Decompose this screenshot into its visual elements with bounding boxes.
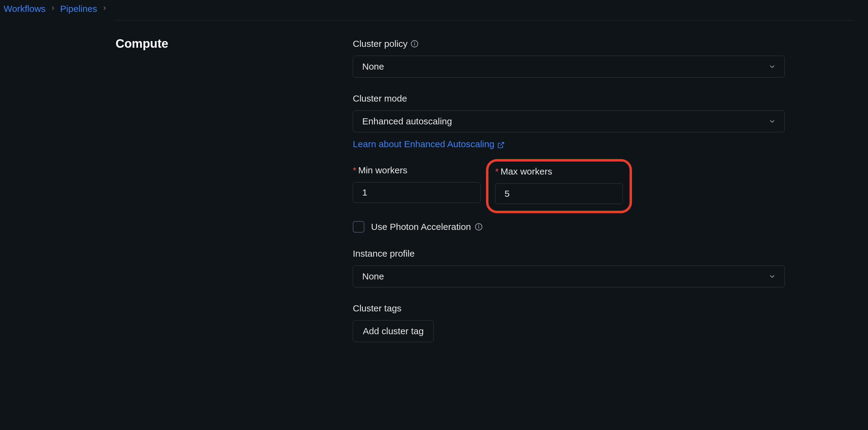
cluster-tags-label: Cluster tags (353, 303, 401, 313)
photon-checkbox[interactable] (353, 221, 364, 233)
section-title: Compute (116, 37, 335, 51)
cluster-tags-field: Cluster tags Add cluster tag (353, 303, 785, 342)
max-workers-highlight: *Max workers (486, 159, 632, 213)
cluster-policy-field: Cluster policy None (353, 39, 785, 78)
min-workers-input[interactable] (353, 182, 480, 203)
svg-point-6 (478, 225, 479, 225)
instance-profile-field: Instance profile None (353, 248, 785, 287)
info-icon[interactable] (411, 40, 418, 48)
chevron-right-icon (50, 5, 56, 13)
required-indicator: * (495, 166, 499, 176)
cluster-mode-label: Cluster mode (353, 93, 407, 104)
max-workers-field: *Max workers (495, 166, 623, 204)
add-cluster-tag-button[interactable]: Add cluster tag (353, 320, 434, 342)
instance-profile-label: Instance profile (353, 248, 414, 259)
chevron-right-icon (101, 5, 108, 13)
photon-label: Use Photon Acceleration (371, 222, 471, 232)
workers-row: *Min workers *Max workers (353, 165, 785, 205)
required-indicator: * (353, 165, 356, 175)
cluster-mode-select[interactable]: Enhanced autoscaling (353, 111, 785, 132)
external-link-icon (497, 141, 504, 148)
cluster-mode-field: Cluster mode Enhanced autoscaling Learn … (353, 93, 785, 149)
link-text: Learn about Enhanced Autoscaling (353, 139, 494, 149)
breadcrumb: Workflows Pipelines (0, 0, 868, 20)
svg-line-3 (500, 142, 504, 146)
cluster-policy-select[interactable]: None (353, 56, 785, 78)
enhanced-autoscaling-link[interactable]: Learn about Enhanced Autoscaling (353, 139, 504, 149)
max-workers-input[interactable] (495, 183, 623, 204)
info-icon[interactable] (475, 223, 483, 231)
breadcrumb-pipelines[interactable]: Pipelines (60, 4, 97, 14)
min-workers-field: *Min workers (353, 165, 480, 205)
max-workers-label: Max workers (501, 166, 552, 176)
min-workers-label: Min workers (358, 165, 407, 175)
instance-profile-select[interactable]: None (353, 266, 785, 287)
breadcrumb-workflows[interactable]: Workflows (4, 4, 45, 14)
cluster-policy-label: Cluster policy (353, 39, 407, 49)
photon-field: Use Photon Acceleration (353, 221, 785, 233)
